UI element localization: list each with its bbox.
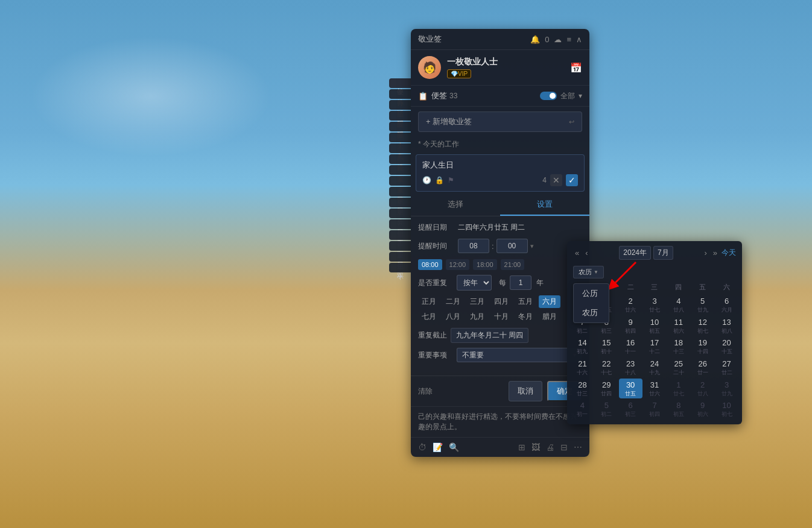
sidebar-tab-recycle[interactable]: 重置	[389, 241, 411, 251]
calendar-day[interactable]: 6初三	[619, 399, 642, 420]
month-btn-9[interactable]: 九月	[466, 310, 488, 323]
cal-nav-prev[interactable]: ‹	[583, 247, 589, 259]
importance-select[interactable]: 不重要 一般 重要 非常重要	[457, 348, 582, 362]
calendar-button[interactable]: 📅	[570, 62, 582, 74]
sidebar-tab-life[interactable]: 生活	[389, 100, 411, 110]
calendar-day[interactable]: 4廿八	[667, 295, 690, 315]
calendar-day[interactable]: 3廿九	[715, 379, 738, 399]
month-btn-7[interactable]: 七月	[418, 310, 440, 323]
time-hour-input[interactable]: 08	[458, 239, 489, 253]
sidebar-tab-treasure[interactable]: 宝藏	[389, 165, 411, 175]
month-btn-3[interactable]: 三月	[466, 295, 488, 308]
month-btn-12[interactable]: 腊月	[539, 310, 560, 323]
repeat-num-input[interactable]	[510, 275, 531, 290]
sidebar-tab-private[interactable]: 私人	[389, 143, 411, 153]
month-btn-8[interactable]: 八月	[442, 310, 464, 323]
calendar-day[interactable]: 22十七	[595, 357, 618, 378]
calendar-day[interactable]: 19十四	[691, 336, 714, 357]
repeat-until-value[interactable]: 九九年冬月二十 周四	[451, 328, 528, 343]
toolbar-print-icon[interactable]: 🖨	[546, 442, 554, 452]
clock-icon[interactable]: 🕐	[422, 176, 431, 184]
month-btn-5[interactable]: 五月	[515, 295, 536, 308]
cal-nav-next-next[interactable]: »	[711, 247, 719, 259]
sidebar-tab-birthday[interactable]: 生日	[389, 219, 411, 229]
calendar-day[interactable]: 27廿二	[715, 357, 738, 378]
calendar-day[interactable]: 2廿六	[619, 295, 642, 315]
sidebar-tab-birthday2[interactable]: 生日	[389, 252, 411, 262]
cal-today-button[interactable]: 今天	[722, 248, 736, 258]
dropdown-option-solar[interactable]: 公历	[574, 284, 609, 303]
sidebar-tab-double[interactable]: 双十	[389, 263, 411, 272]
menu-icon[interactable]: ≡	[566, 35, 571, 44]
toolbar-add-icon[interactable]: ⊞	[518, 442, 525, 452]
month-btn-2[interactable]: 二月	[442, 295, 464, 308]
toolbar-note-icon[interactable]: 📝	[433, 442, 443, 452]
cloud-icon[interactable]: ☁	[554, 35, 562, 44]
cal-month-button[interactable]: 7月	[653, 246, 673, 260]
calendar-day[interactable]: 8初五	[667, 399, 690, 420]
calendar-day[interactable]: 24十九	[643, 357, 667, 378]
cal-nav-prev-prev[interactable]: «	[573, 247, 581, 259]
calendar-day[interactable]: 26廿一	[691, 357, 714, 378]
sidebar-tab-personal[interactable]: 个人	[389, 133, 411, 142]
close-icon[interactable]: ∧	[576, 35, 582, 44]
toolbar-clock-icon[interactable]: ⏱	[418, 442, 427, 452]
calendar-day[interactable]: 18十三	[667, 336, 690, 357]
add-note-button[interactable]: + 新增敬业签 ↩	[418, 112, 582, 132]
month-btn-6[interactable]: 六月	[539, 295, 560, 308]
calendar-day[interactable]: 3廿七	[643, 295, 667, 315]
dropdown-option-lunar[interactable]: 农历	[574, 303, 609, 322]
cal-lunar-toggle[interactable]: 农历 ▼	[573, 266, 604, 278]
calendar-day[interactable]: 10初五	[643, 316, 667, 336]
calendar-day[interactable]: 1廿七	[667, 379, 690, 399]
sidebar-tab-classic[interactable]: 经典	[389, 154, 411, 164]
calendar-day[interactable]: 17十二	[643, 336, 667, 357]
bell-icon[interactable]: 🔔	[530, 35, 540, 44]
calendar-day[interactable]: 20十五	[715, 336, 738, 357]
calendar-day[interactable]: 30廿五	[619, 379, 642, 399]
calendar-day[interactable]: 31廿六	[643, 379, 667, 399]
calendar-day[interactable]: 28廿三	[571, 379, 594, 399]
calendar-day[interactable]: 15初十	[595, 336, 618, 357]
toggle-switch[interactable]	[540, 92, 557, 100]
cal-year-button[interactable]: 2024年	[619, 246, 651, 260]
calendar-day[interactable]: 9初四	[619, 316, 642, 336]
cancel-button[interactable]: 取消	[509, 381, 542, 401]
month-btn-11[interactable]: 冬月	[515, 310, 536, 323]
month-btn-1[interactable]: 正月	[418, 295, 440, 308]
calendar-day[interactable]: 25二十	[667, 357, 690, 378]
calendar-day[interactable]: 10初七	[715, 399, 738, 420]
sidebar-tab-reduce[interactable]: 减重	[389, 176, 411, 186]
toolbar-pic-icon[interactable]: 🖼	[531, 442, 540, 452]
repeat-select[interactable]: 按年	[457, 275, 492, 291]
month-btn-4[interactable]: 四月	[490, 295, 512, 308]
sidebar-tab-work[interactable]: 工作	[389, 230, 411, 240]
calendar-day[interactable]: 2廿八	[691, 379, 714, 399]
time-minute-input[interactable]: 00	[496, 239, 528, 253]
calendar-day[interactable]: 5廿九	[691, 295, 714, 315]
sidebar-tab-goal1[interactable]: 目定	[389, 187, 411, 196]
note-confirm-button[interactable]: ✓	[566, 174, 578, 186]
time-preset-0800[interactable]: 08:00	[418, 259, 442, 270]
calendar-day[interactable]: 21十六	[571, 357, 594, 378]
cal-nav-next[interactable]: ›	[702, 247, 708, 259]
time-preset-1200[interactable]: 12:00	[446, 259, 470, 270]
time-preset-2100[interactable]: 21:00	[501, 259, 525, 270]
note-dismiss-button[interactable]: ✕	[550, 174, 562, 186]
calendar-day[interactable]: 23十八	[619, 357, 642, 378]
calendar-day[interactable]: 5初二	[595, 399, 618, 420]
tab-select[interactable]: 选择	[411, 194, 500, 216]
month-btn-10[interactable]: 十月	[490, 310, 512, 323]
calendar-day[interactable]: 14初九	[571, 336, 594, 357]
sidebar-tab-reminder1[interactable]: 提醒	[389, 111, 411, 121]
calendar-day[interactable]: 11初六	[667, 316, 690, 336]
sidebar-tab-todo[interactable]: 待办	[389, 89, 411, 99]
calendar-day[interactable]: 4初一	[571, 399, 594, 420]
calendar-day[interactable]: 7初四	[643, 399, 667, 420]
calendar-day[interactable]: 12初七	[691, 316, 714, 336]
toggle-all[interactable]: 全部 ▾	[540, 91, 582, 101]
tab-settings[interactable]: 设置	[500, 194, 589, 216]
toolbar-grid-icon[interactable]: ⊟	[560, 442, 568, 452]
time-preset-1800[interactable]: 18:00	[473, 259, 497, 270]
sidebar-tab-notes[interactable]: 便签	[389, 78, 411, 88]
